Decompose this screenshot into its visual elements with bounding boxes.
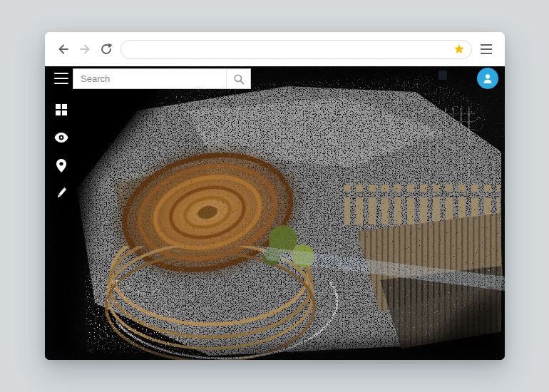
url-bar (120, 40, 472, 59)
person-icon (481, 72, 494, 85)
url-input[interactable] (130, 44, 449, 54)
hamburger-icon (481, 44, 492, 54)
pencil-icon (55, 187, 68, 200)
reload-button[interactable] (99, 42, 113, 56)
browser-toolbar (45, 32, 505, 66)
arrow-left-icon (56, 42, 71, 56)
star-icon[interactable] (453, 43, 465, 55)
app-menu-button[interactable] (54, 73, 68, 84)
orientation-widget[interactable] (438, 71, 447, 80)
point-cloud-app (45, 66, 505, 360)
point-cloud-viewport[interactable] (45, 66, 505, 360)
apps-grid-icon (55, 103, 68, 116)
browser-menu-button[interactable] (479, 42, 493, 56)
point-cloud-scene (45, 66, 505, 360)
search-box (73, 68, 251, 89)
search-icon (233, 73, 245, 85)
search-button[interactable] (226, 69, 250, 88)
sidebar-item-annotate[interactable] (53, 185, 69, 201)
sidebar-item-tiles[interactable] (53, 102, 69, 118)
sidebar-item-location[interactable] (53, 158, 69, 173)
back-button[interactable] (56, 42, 71, 56)
browser-window (45, 32, 505, 360)
map-pin-icon (56, 159, 66, 172)
user-avatar-button[interactable] (477, 68, 498, 89)
reload-icon (99, 42, 113, 56)
side-toolbar (53, 102, 69, 201)
forward-button[interactable] (78, 42, 92, 56)
eye-icon (54, 133, 68, 143)
sidebar-item-visibility[interactable] (53, 130, 69, 145)
search-input[interactable] (73, 69, 226, 88)
arrow-right-icon (78, 42, 92, 56)
